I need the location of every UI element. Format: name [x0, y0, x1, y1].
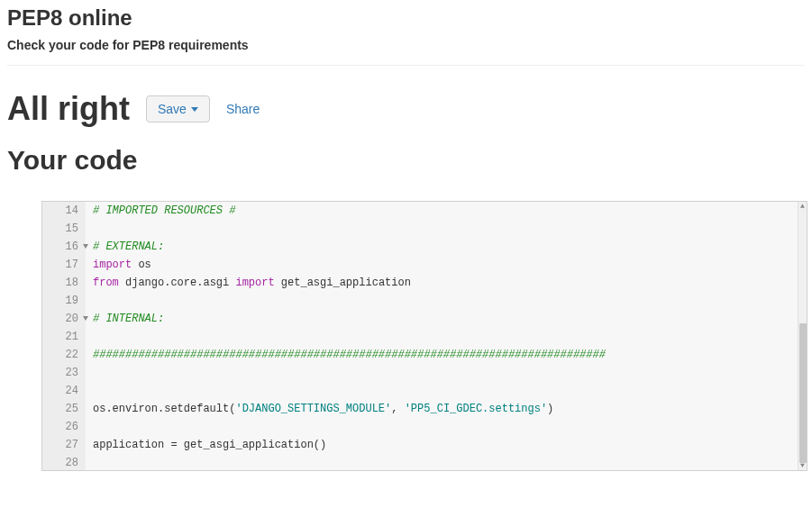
code-line[interactable]: 25os.environ.setdefault('DJANGO_SETTINGS…	[42, 400, 798, 418]
code-line[interactable]: 19	[42, 292, 798, 310]
code-content[interactable]: from django.core.asgi import get_asgi_ap…	[86, 274, 411, 292]
line-number: 18	[42, 274, 86, 292]
code-content[interactable]: # IMPORTED RESOURCES #	[86, 202, 235, 220]
code-line[interactable]: 24	[42, 382, 798, 400]
code-content[interactable]: application = get_asgi_application()	[86, 436, 326, 454]
fold-icon[interactable]	[83, 244, 88, 249]
code-line[interactable]: 22######################################…	[42, 346, 798, 364]
scrollbar[interactable]: ▲ ▼	[798, 202, 807, 470]
line-number: 16	[42, 238, 86, 256]
line-number: 28	[42, 454, 86, 470]
code-content[interactable]: import os	[86, 256, 151, 274]
code-content[interactable]: # INTERNAL:	[86, 310, 164, 328]
code-line[interactable]: 14# IMPORTED RESOURCES #	[42, 202, 798, 220]
code-content[interactable]: os.environ.setdefault('DJANGO_SETTINGS_M…	[86, 400, 553, 418]
line-number: 27	[42, 436, 86, 454]
save-button-label: Save	[158, 102, 187, 116]
your-code-heading: Your code	[7, 145, 805, 176]
fold-icon[interactable]	[83, 316, 88, 321]
line-number: 22	[42, 346, 86, 364]
code-line[interactable]: 21	[42, 328, 798, 346]
page-title: PEP8 online	[7, 5, 805, 31]
code-editor[interactable]: 14# IMPORTED RESOURCES #1516# EXTERNAL:1…	[41, 201, 807, 471]
code-line[interactable]: 18from django.core.asgi import get_asgi_…	[42, 274, 798, 292]
line-number: 14	[42, 202, 86, 220]
line-number: 26	[42, 418, 86, 436]
line-number: 24	[42, 382, 86, 400]
code-line[interactable]: 26	[42, 418, 798, 436]
code-line[interactable]: 15	[42, 220, 798, 238]
scroll-down-arrow[interactable]: ▼	[798, 461, 807, 470]
result-bar: All right Save Share	[7, 93, 805, 125]
line-number: 15	[42, 220, 86, 238]
line-number: 23	[42, 364, 86, 382]
caret-down-icon	[191, 107, 198, 112]
result-heading: All right	[7, 93, 130, 125]
code-line[interactable]: 28	[42, 454, 798, 470]
line-number: 17	[42, 256, 86, 274]
code-line[interactable]: 17import os	[42, 256, 798, 274]
line-number: 21	[42, 328, 86, 346]
code-line[interactable]: 16# EXTERNAL:	[42, 238, 798, 256]
scroll-up-arrow[interactable]: ▲	[798, 202, 807, 211]
code-content[interactable]: ########################################…	[86, 346, 606, 364]
code-line[interactable]: 23	[42, 364, 798, 382]
page-subtitle: Check your code for PEP8 requirements	[7, 38, 805, 52]
line-number: 19	[42, 292, 86, 310]
line-number: 20	[42, 310, 86, 328]
share-link[interactable]: Share	[226, 102, 260, 116]
divider	[7, 65, 805, 66]
save-button[interactable]: Save	[146, 95, 210, 122]
code-line[interactable]: 27application = get_asgi_application()	[42, 436, 798, 454]
code-line[interactable]: 20# INTERNAL:	[42, 310, 798, 328]
code-content[interactable]: # EXTERNAL:	[86, 238, 164, 256]
line-number: 25	[42, 400, 86, 418]
scroll-thumb[interactable]	[799, 323, 807, 463]
